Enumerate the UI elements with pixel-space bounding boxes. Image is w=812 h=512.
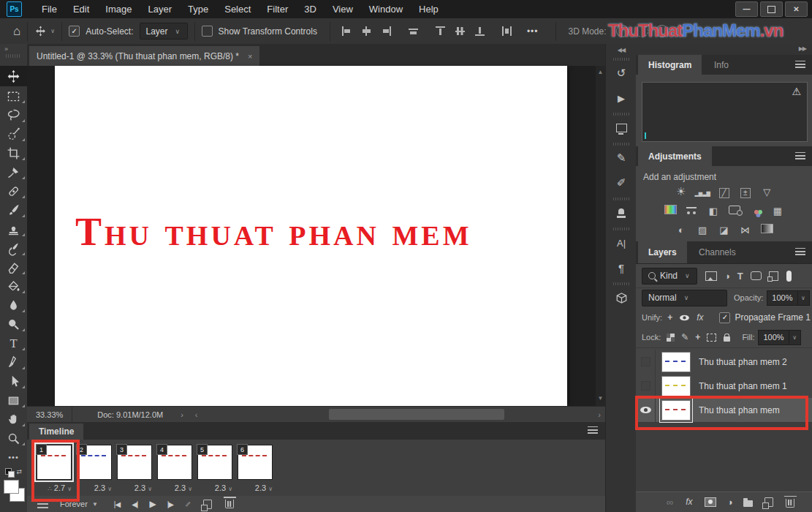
zoom-tool[interactable] [0, 429, 27, 448]
tab-channels[interactable]: Channels [688, 241, 746, 263]
lock-artboard-icon[interactable] [707, 334, 716, 342]
propagate-checkbox[interactable]: ✓ [719, 312, 730, 323]
menu-filter[interactable]: Filter [259, 0, 296, 18]
hscroll-right-icon[interactable]: › [598, 410, 601, 419]
filter-toggle-pill[interactable] [786, 271, 792, 282]
unify-style-icon[interactable]: fx [697, 312, 703, 323]
opacity-dropdown-arrow[interactable]: ∨ [798, 290, 810, 306]
layer-thumbnail[interactable] [661, 400, 691, 421]
color-swatches[interactable] [0, 478, 27, 508]
timeline-frame-5[interactable]: 5 2.3∨ [197, 445, 234, 492]
document-close-icon[interactable]: × [248, 52, 252, 61]
menu-type[interactable]: Type [180, 0, 216, 18]
timeline-frame-3[interactable]: 3 2.3∨ [117, 445, 153, 492]
duplicate-frame-button[interactable] [203, 500, 212, 509]
new-layer-icon[interactable] [764, 497, 773, 507]
fill-dropdown-arrow[interactable]: ∨ [789, 330, 801, 345]
filter-shape-icon[interactable] [751, 271, 762, 280]
printer-panel-icon[interactable] [606, 116, 637, 140]
unify-position-icon[interactable]: + [667, 312, 672, 323]
eraser-tool[interactable] [0, 257, 27, 276]
menu-edit[interactable]: Edit [65, 0, 97, 18]
dodge-tool[interactable] [0, 315, 27, 334]
canvas-area[interactable]: Thu thuat phan mem ▲ ▼ [27, 66, 605, 406]
tab-adjustments[interactable]: Adjustments [638, 146, 712, 166]
minimize-button[interactable]: — [735, 1, 758, 17]
menu-view[interactable]: View [325, 0, 361, 18]
rectangle-tool[interactable] [0, 391, 27, 410]
add-mask-icon[interactable] [705, 497, 716, 507]
selective-color-icon[interactable] [759, 223, 775, 235]
history-panel-icon[interactable]: ↺ [606, 61, 637, 86]
brush-settings-panel-icon[interactable]: ✎ [606, 146, 637, 170]
first-frame-button[interactable]: |◀ [114, 500, 120, 508]
auto-select-checkbox[interactable]: ✓ [69, 26, 80, 37]
paragraph-panel-icon[interactable]: ¶ [606, 255, 637, 280]
path-selection-tool[interactable] [0, 372, 27, 391]
filter-image-icon[interactable] [705, 271, 717, 281]
align-top-icon[interactable] [435, 26, 446, 36]
align-left-icon[interactable] [341, 26, 352, 36]
foreground-color-swatch[interactable] [4, 480, 19, 494]
blend-mode-dropdown[interactable]: Normal [642, 290, 727, 306]
align-center-horizontal-icon[interactable] [361, 26, 372, 36]
lock-transparency-icon[interactable] [667, 334, 675, 342]
scroll-up-icon[interactable]: ▲ [596, 66, 605, 75]
show-transform-checkbox[interactable] [202, 26, 213, 37]
brushes-panel-icon[interactable]: ✐ [606, 170, 637, 195]
unify-visibility-icon[interactable] [680, 315, 689, 320]
layer-row-thu-thuat-phan-mem-2[interactable]: Thu thuat phan mem 2 [636, 350, 812, 374]
pen-tool[interactable] [0, 353, 27, 372]
filter-type-icon[interactable]: T [737, 271, 743, 282]
color-balance-icon[interactable] [683, 204, 699, 216]
hscroll-left-icon[interactable]: ‹ [195, 410, 198, 419]
layer-name[interactable]: Thu thuat phan mem 1 [699, 381, 787, 391]
align-middle-icon[interactable] [455, 26, 466, 36]
posterize-icon[interactable]: ▨ [694, 225, 710, 236]
fill-value[interactable]: 100% [758, 330, 789, 345]
layer-name[interactable]: Thu thuat phan mem [699, 405, 780, 415]
link-layers-icon[interactable]: ∞ [667, 497, 673, 508]
convert-timeline-icon[interactable] [37, 500, 48, 508]
menu-layer[interactable]: Layer [140, 0, 181, 18]
actions-panel-icon[interactable]: ▶ [606, 86, 637, 110]
history-brush-tool[interactable] [0, 238, 27, 257]
channel-mixer-icon[interactable] [748, 208, 764, 219]
timeline-tab[interactable]: Timeline [29, 423, 83, 440]
frame-duration[interactable]: ∴ 2.7∨ [37, 483, 73, 492]
menu-image[interactable]: Image [97, 0, 140, 18]
layer-row-thu-thuat-phan-mem[interactable]: Thu thuat phan mem [636, 398, 812, 423]
toolbar-expand-icon[interactable]: » [0, 44, 27, 53]
black-white-icon[interactable]: ◧ [705, 205, 721, 217]
layer-thumbnail[interactable] [661, 352, 691, 372]
tab-histogram[interactable]: Histogram [638, 55, 702, 75]
brush-tool[interactable] [0, 200, 27, 219]
crop-tool[interactable] [0, 143, 27, 162]
loop-dropdown-arrow[interactable]: ▼ [92, 501, 98, 508]
eye-icon[interactable] [640, 407, 651, 413]
align-wide-icon[interactable] [408, 26, 419, 36]
clone-source-panel-icon[interactable] [606, 200, 637, 225]
layer-thumbnail[interactable] [661, 376, 691, 396]
threshold-icon[interactable]: ◪ [716, 225, 732, 236]
delete-frame-button[interactable] [225, 500, 234, 508]
document-canvas[interactable]: Thu thuat phan mem [55, 66, 567, 406]
hue-saturation-icon[interactable] [662, 203, 678, 215]
delete-layer-icon[interactable] [786, 499, 794, 508]
exposure-icon[interactable]: ± [737, 187, 754, 199]
menu-window[interactable]: Window [361, 0, 411, 18]
spot-healing-brush-tool[interactable] [0, 181, 27, 200]
distribute-icon[interactable] [501, 26, 512, 36]
move-tool[interactable] [0, 66, 27, 86]
clone-stamp-tool[interactable] [0, 219, 27, 238]
type-tool[interactable]: T [0, 334, 27, 353]
invert-icon[interactable]: ◐ [673, 225, 689, 236]
menu-3d[interactable]: 3D [296, 0, 325, 18]
layers-menu-icon[interactable] [795, 248, 805, 257]
panels-collapse-icon[interactable]: ▶▶ [799, 45, 806, 52]
dock-collapse-icon[interactable]: ◀◀ [606, 44, 637, 56]
filter-smart-object-icon[interactable] [769, 271, 778, 281]
adjustments-menu-icon[interactable] [795, 152, 805, 161]
tab-layers[interactable]: Layers [638, 241, 687, 263]
swap-colors-icon[interactable]: ⇄ [16, 468, 22, 475]
